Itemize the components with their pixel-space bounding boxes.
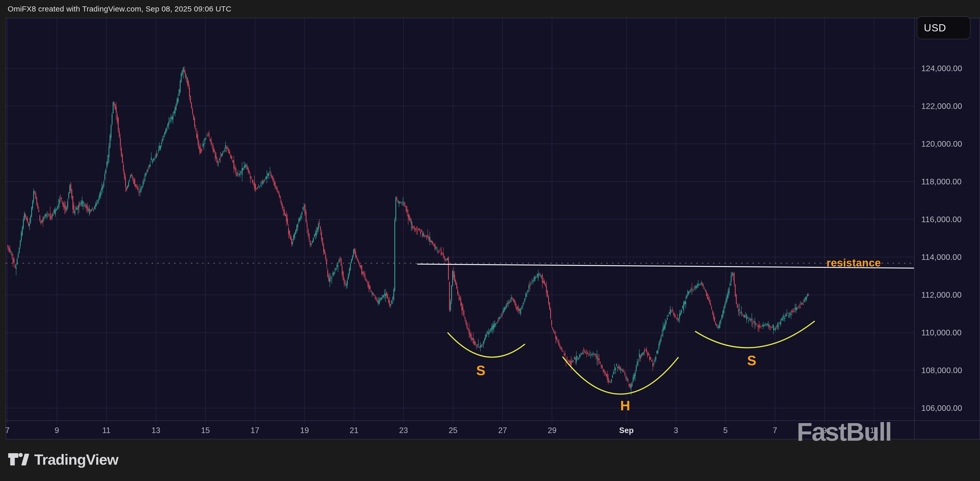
x-axis-label: 13: [138, 425, 174, 436]
pattern-letter-h: H: [620, 398, 630, 413]
attribution-text: OmiFX8 created with TradingView.com, Sep…: [8, 0, 231, 18]
x-axis-label: 3: [658, 425, 694, 436]
y-axis-label: 124,000.00: [921, 64, 977, 73]
x-axis-label: 7: [0, 425, 25, 436]
x-axis-label: Sep: [609, 425, 644, 436]
chart-page: OmiFX8 created with TradingView.com, Sep…: [0, 0, 980, 481]
y-axis-label: 110,000.00: [921, 328, 977, 337]
x-axis-label: 5: [708, 425, 743, 436]
pattern-letter-s: S: [747, 352, 756, 368]
y-axis-label: 120,000.00: [921, 139, 977, 148]
y-axis-label: 122,000.00: [921, 102, 977, 111]
x-axis-label: 7: [757, 425, 793, 436]
x-axis-label: 17: [237, 425, 273, 436]
currency-usd-button[interactable]: USD: [917, 16, 970, 39]
resistance-label: resistance: [827, 257, 881, 269]
x-axis-label: 23: [386, 425, 422, 436]
y-axis-label: 112,000.00: [921, 290, 977, 299]
fastbull-watermark: FastBull: [797, 417, 891, 446]
y-axis-label: 116,000.00: [921, 215, 977, 224]
tradingview-wordmark: TradingView: [34, 451, 118, 468]
x-axis-label: 25: [435, 425, 471, 436]
currency-usd-label: USD: [924, 17, 946, 39]
attribution-bar: OmiFX8 created with TradingView.com, Sep…: [0, 0, 980, 18]
tradingview-icon: [8, 452, 30, 467]
x-axis-label: 29: [534, 425, 570, 436]
x-axis-label: 9: [39, 425, 75, 436]
y-axis-label: 118,000.00: [921, 177, 977, 186]
x-axis-label: 27: [485, 425, 520, 436]
pattern-letter-s: S: [476, 362, 485, 378]
x-axis-label: 11: [89, 425, 124, 436]
x-axis-label: 19: [286, 425, 322, 436]
candlestick-chart-canvas[interactable]: [0, 0, 980, 481]
y-axis-label: 108,000.00: [921, 366, 977, 375]
y-axis-label: 106,000.00: [921, 403, 977, 413]
tradingview-logo[interactable]: TradingView: [8, 451, 118, 468]
x-axis-label: 15: [188, 425, 223, 436]
y-axis-label: 114,000.00: [921, 252, 977, 262]
x-axis-label: 21: [336, 425, 372, 436]
